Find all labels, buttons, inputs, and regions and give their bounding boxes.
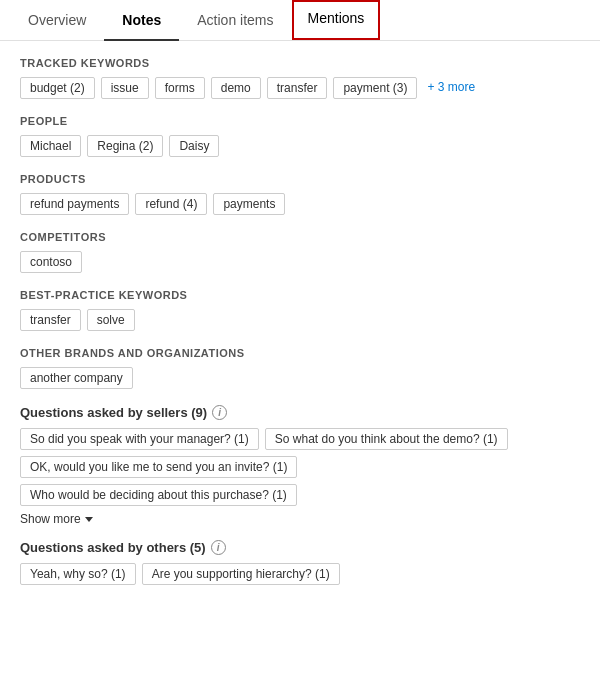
tag-issue[interactable]: issue [101, 77, 149, 99]
questions-sellers-title: Questions asked by sellers (9) [20, 405, 207, 420]
people-section: PEOPLE Michael Regina (2) Daisy [20, 115, 580, 157]
products-title: PRODUCTS [20, 173, 580, 185]
tab-action-items[interactable]: Action items [179, 0, 291, 40]
tag-bp-transfer[interactable]: transfer [20, 309, 81, 331]
tab-notes[interactable]: Notes [104, 0, 179, 40]
tab-overview[interactable]: Overview [10, 0, 104, 40]
questions-others-title: Questions asked by others (5) [20, 540, 206, 555]
tag-refund[interactable]: refund (4) [135, 193, 207, 215]
best-practice-tags: transfer solve [20, 309, 580, 331]
question-tag-1[interactable]: So did you speak with your manager? (1) [20, 428, 259, 450]
tag-demo[interactable]: demo [211, 77, 261, 99]
questions-sellers-section: Questions asked by sellers (9) i So did … [20, 405, 580, 526]
chevron-down-icon [85, 517, 93, 522]
tag-payments[interactable]: payments [213, 193, 285, 215]
questions-sellers-header: Questions asked by sellers (9) i [20, 405, 580, 420]
tag-michael[interactable]: Michael [20, 135, 81, 157]
best-practice-section: BEST-PRACTICE KEYWORDS transfer solve [20, 289, 580, 331]
best-practice-title: BEST-PRACTICE KEYWORDS [20, 289, 580, 301]
tab-bar: Overview Notes Action items Mentions [0, 0, 600, 41]
questions-others-tags: Yeah, why so? (1) Are you supporting hie… [20, 563, 580, 585]
tag-payment[interactable]: payment (3) [333, 77, 417, 99]
question-tag-2[interactable]: So what do you think about the demo? (1) [265, 428, 508, 450]
other-brands-title: OTHER BRANDS AND ORGANIZATIONS [20, 347, 580, 359]
questions-others-header: Questions asked by others (5) i [20, 540, 580, 555]
main-content: TRACKED KEYWORDS budget (2) issue forms … [0, 41, 600, 615]
tag-regina[interactable]: Regina (2) [87, 135, 163, 157]
competitors-title: COMPETITORS [20, 231, 580, 243]
show-more-label: Show more [20, 512, 81, 526]
questions-sellers-tags: So did you speak with your manager? (1) … [20, 428, 580, 506]
tag-another-company[interactable]: another company [20, 367, 133, 389]
tracked-keywords-more[interactable]: + 3 more [423, 77, 479, 99]
questions-others-info-icon[interactable]: i [211, 540, 226, 555]
tracked-keywords-title: TRACKED KEYWORDS [20, 57, 580, 69]
tag-forms[interactable]: forms [155, 77, 205, 99]
people-tags: Michael Regina (2) Daisy [20, 135, 580, 157]
products-tags: refund payments refund (4) payments [20, 193, 580, 215]
question-tag-4[interactable]: Who would be deciding about this purchas… [20, 484, 297, 506]
competitors-tags: contoso [20, 251, 580, 273]
tag-daisy[interactable]: Daisy [169, 135, 219, 157]
tag-contoso[interactable]: contoso [20, 251, 82, 273]
tag-budget[interactable]: budget (2) [20, 77, 95, 99]
questions-others-section: Questions asked by others (5) i Yeah, wh… [20, 540, 580, 585]
people-title: PEOPLE [20, 115, 580, 127]
products-section: PRODUCTS refund payments refund (4) paym… [20, 173, 580, 215]
question-other-tag-1[interactable]: Yeah, why so? (1) [20, 563, 136, 585]
competitors-section: COMPETITORS contoso [20, 231, 580, 273]
other-brands-section: OTHER BRANDS AND ORGANIZATIONS another c… [20, 347, 580, 389]
tag-refund-payments[interactable]: refund payments [20, 193, 129, 215]
other-brands-tags: another company [20, 367, 580, 389]
tag-bp-solve[interactable]: solve [87, 309, 135, 331]
question-other-tag-2[interactable]: Are you supporting hierarchy? (1) [142, 563, 340, 585]
show-more-button[interactable]: Show more [20, 512, 580, 526]
tracked-keywords-tags: budget (2) issue forms demo transfer pay… [20, 77, 580, 99]
tracked-keywords-section: TRACKED KEYWORDS budget (2) issue forms … [20, 57, 580, 99]
questions-sellers-info-icon[interactable]: i [212, 405, 227, 420]
tab-mentions[interactable]: Mentions [292, 0, 381, 40]
question-tag-3[interactable]: OK, would you like me to send you an inv… [20, 456, 297, 478]
tag-transfer[interactable]: transfer [267, 77, 328, 99]
